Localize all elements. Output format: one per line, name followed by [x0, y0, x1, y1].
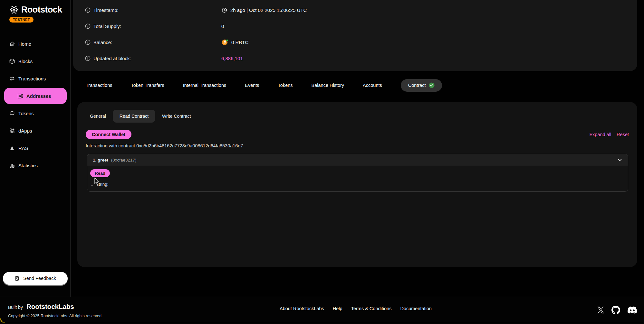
tab-tokens[interactable]: Tokens [278, 83, 293, 88]
sidebar-item-dapps[interactable]: dApps [0, 122, 70, 139]
swap-arrows-icon [9, 76, 15, 82]
rbtc-icon: B [221, 39, 228, 46]
tab-token-transfers[interactable]: Token Transfers [131, 83, 164, 88]
method-output-row: ∟ string: [90, 182, 625, 187]
info-icon[interactable] [85, 7, 91, 13]
rootstock-logo[interactable]: Rootstock [9, 5, 62, 15]
send-feedback-label: Send Feedback [23, 276, 56, 281]
home-icon [9, 41, 15, 47]
subtab-general[interactable]: General [86, 114, 113, 119]
sidebar-item-label: dApps [18, 128, 32, 134]
tab-internal-transactions[interactable]: Internal Transactions [183, 83, 226, 88]
apps-grid-icon [9, 128, 15, 134]
footer-link-help[interactable]: Help [333, 306, 342, 311]
address-details-card: Timestamp: 2h ago | Oct 02 2025 15:06:25… [73, 0, 637, 71]
detail-label: Timestamp: [93, 7, 119, 13]
address-tab-bar: Transactions Token Transfers Internal Tr… [86, 79, 442, 92]
method-accordion-header[interactable]: 1. greet (0xcfae3217) [87, 154, 628, 166]
footer-corner-accent [0, 318, 6, 323]
social-icons [597, 305, 637, 315]
tab-balance-history[interactable]: Balance History [312, 83, 344, 88]
sidebar-item-ras[interactable]: RAS [0, 139, 70, 157]
x-icon[interactable] [597, 307, 604, 313]
built-by-row: Built by RootstockLabs [8, 303, 74, 310]
footer-link-documentation[interactable]: Documentation [400, 306, 432, 311]
reset-link[interactable]: Reset [617, 132, 629, 137]
detail-label: Updated at block: [93, 56, 131, 61]
method-title: 1. greet (0xcfae3217) [93, 158, 137, 162]
contract-panel: General Read Contract Write Contract Con… [77, 102, 637, 267]
footer-link-about[interactable]: About RootstockLabs [280, 306, 324, 311]
sidebar-item-label: Addresses [26, 93, 51, 99]
feedback-note-icon [14, 276, 20, 281]
testnet-badge: TESTNET [9, 17, 34, 23]
detail-label: Total Supply: [93, 23, 121, 29]
triangle-icon [9, 145, 15, 151]
footer: Built by RootstockLabs Copyright © 2025 … [0, 297, 644, 324]
contact-card-icon [17, 93, 23, 99]
check-circle-icon [429, 82, 435, 88]
brand-name: Rootstock [21, 5, 62, 15]
built-by-label: Built by [8, 305, 23, 310]
cube-icon [9, 58, 15, 64]
sidebar-item-label: RAS [18, 145, 28, 151]
wallet-row: Connect Wallet Expand all Reset [86, 130, 629, 139]
info-icon[interactable] [85, 40, 91, 45]
coin-icon [9, 110, 15, 116]
read-button[interactable]: Read [90, 169, 110, 177]
method-selector: (0xcfae3217) [111, 158, 137, 162]
method-accordion-greet: 1. greet (0xcfae3217) Read ∟ string: [87, 154, 628, 192]
subtab-read-contract[interactable]: Read Contract [113, 110, 155, 123]
balance-value: 0 RBTC [231, 40, 248, 45]
send-feedback-button[interactable]: Send Feedback [3, 272, 68, 285]
clock-icon [221, 7, 227, 13]
footer-links: About RootstockLabs Help Terms & Conditi… [280, 306, 432, 311]
method-name: 1. greet [93, 158, 108, 162]
sidebar-item-label: Blocks [18, 59, 33, 64]
copyright-text: Copyright © 2025 RootstockLabs. All righ… [8, 314, 102, 318]
sidebar-item-tokens[interactable]: Tokens [0, 105, 70, 122]
bar-chart-icon [9, 162, 15, 169]
updated-block-link[interactable]: 6,886,101 [221, 56, 243, 61]
detail-row-timestamp: Timestamp: 2h ago | Oct 02 2025 15:06:25… [73, 2, 637, 18]
github-icon[interactable] [611, 306, 620, 314]
sidebar-item-label: Tokens [18, 111, 34, 116]
rootstocklabs-link[interactable]: RootstockLabs [26, 303, 74, 310]
sidebar-item-statistics[interactable]: Statistics [0, 157, 70, 174]
tab-transactions[interactable]: Transactions [86, 83, 112, 88]
sidebar-item-home[interactable]: Home [0, 35, 70, 52]
info-icon[interactable] [85, 23, 91, 29]
footer-link-terms[interactable]: Terms & Conditions [351, 306, 392, 311]
detail-label: Balance: [93, 40, 112, 45]
output-corner-icon: ∟ [90, 182, 94, 186]
sidebar-item-label: Transactions [18, 76, 46, 81]
sidebar-item-label: Home [18, 41, 31, 47]
tab-events[interactable]: Events [245, 83, 259, 88]
sidebar: Rootstock TESTNET Home Blocks Transactio… [0, 0, 71, 297]
tab-accounts[interactable]: Accounts [363, 83, 382, 88]
tab-contract-label: Contract [408, 83, 426, 88]
method-body: Read ∟ string: [87, 166, 628, 191]
detail-row-updated-block: Updated at block: 6,886,101 [73, 50, 637, 66]
discord-icon[interactable] [628, 305, 637, 315]
rootstock-explorer-page: Rootstock TESTNET Home Blocks Transactio… [0, 0, 644, 324]
subtab-write-contract[interactable]: Write Contract [155, 114, 197, 119]
timestamp-value: 2h ago | Oct 02 2025 15:06:25 UTC [230, 7, 307, 13]
detail-row-balance: Balance: B 0 RBTC [73, 34, 637, 50]
chevron-down-icon [617, 157, 622, 162]
total-supply-value: 0 [221, 23, 224, 29]
info-icon[interactable] [85, 56, 91, 61]
sidebar-item-transactions[interactable]: Transactions [0, 70, 70, 87]
tab-contract-active[interactable]: Contract [401, 79, 442, 92]
mouse-cursor [94, 177, 101, 186]
contract-subtabs: General Read Contract Write Contract [86, 110, 197, 123]
sidebar-item-label: Statistics [18, 163, 38, 168]
sidebar-item-addresses[interactable]: Addresses [4, 88, 67, 104]
sidebar-item-blocks[interactable]: Blocks [0, 52, 70, 70]
detail-row-total-supply: Total Supply: 0 [73, 18, 637, 34]
rootstock-flower-icon [9, 5, 19, 15]
interacting-with-contract-text: Interacting with contract 0xc5d2b6b48162… [86, 143, 243, 148]
expand-all-link[interactable]: Expand all [589, 132, 611, 137]
panel-actions: Expand all Reset [589, 132, 629, 137]
connect-wallet-button[interactable]: Connect Wallet [86, 130, 131, 139]
